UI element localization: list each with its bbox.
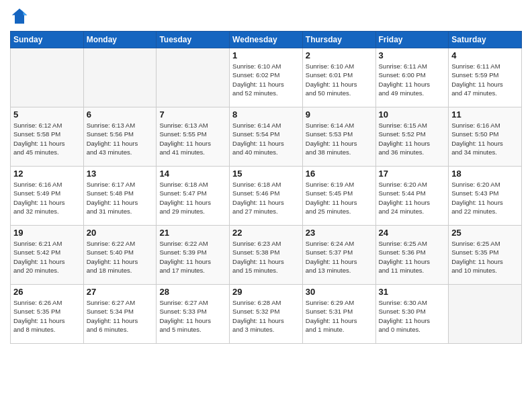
day-number: 10 <box>379 109 446 120</box>
day-info: Sunrise: 6:14 AMSunset: 5:54 PMDaylight:… <box>232 121 300 156</box>
header <box>10 7 522 26</box>
day-number: 7 <box>159 109 226 120</box>
calendar-cell: 21Sunrise: 6:22 AMSunset: 5:39 PMDayligh… <box>157 226 230 285</box>
calendar-cell: 29Sunrise: 6:28 AMSunset: 5:32 PMDayligh… <box>230 285 303 344</box>
calendar-cell: 18Sunrise: 6:20 AMSunset: 5:43 PMDayligh… <box>449 167 522 226</box>
calendar: SundayMondayTuesdayWednesdayThursdayFrid… <box>10 31 522 344</box>
weekday-header-wednesday: Wednesday <box>230 32 303 48</box>
calendar-week-4: 19Sunrise: 6:21 AMSunset: 5:42 PMDayligh… <box>11 226 522 285</box>
day-info: Sunrise: 6:26 AMSunset: 5:35 PMDaylight:… <box>13 298 81 334</box>
day-number: 9 <box>306 109 373 120</box>
calendar-week-1: 1Sunrise: 6:10 AMSunset: 6:02 PMDaylight… <box>11 48 522 107</box>
day-info: Sunrise: 6:22 AMSunset: 5:40 PMDaylight:… <box>87 239 154 275</box>
day-info: Sunrise: 6:18 AMSunset: 5:46 PMDaylight:… <box>232 180 300 216</box>
day-number: 8 <box>232 109 300 120</box>
day-number: 18 <box>451 169 519 179</box>
calendar-cell <box>11 48 84 107</box>
calendar-cell: 24Sunrise: 6:25 AMSunset: 5:36 PMDayligh… <box>375 226 449 285</box>
calendar-cell: 14Sunrise: 6:18 AMSunset: 5:47 PMDayligh… <box>157 167 230 226</box>
calendar-cell: 19Sunrise: 6:21 AMSunset: 5:42 PMDayligh… <box>11 226 84 285</box>
calendar-cell: 1Sunrise: 6:10 AMSunset: 6:02 PMDaylight… <box>230 48 303 107</box>
day-number: 22 <box>232 228 300 238</box>
day-info: Sunrise: 6:15 AMSunset: 5:52 PMDaylight:… <box>379 121 446 156</box>
day-number: 17 <box>379 169 446 179</box>
day-number: 16 <box>306 169 373 179</box>
page: SundayMondayTuesdayWednesdayThursdayFrid… <box>0 0 532 411</box>
weekday-header-friday: Friday <box>375 32 449 48</box>
day-info: Sunrise: 6:25 AMSunset: 5:36 PMDaylight:… <box>379 239 446 275</box>
day-number: 6 <box>87 109 154 120</box>
weekday-header-saturday: Saturday <box>449 32 522 48</box>
day-number: 20 <box>87 228 154 238</box>
day-number: 28 <box>159 287 226 297</box>
day-info: Sunrise: 6:14 AMSunset: 5:53 PMDaylight:… <box>306 121 373 156</box>
weekday-header-thursday: Thursday <box>302 32 375 48</box>
day-info: Sunrise: 6:28 AMSunset: 5:32 PMDaylight:… <box>232 298 300 334</box>
calendar-cell: 12Sunrise: 6:16 AMSunset: 5:49 PMDayligh… <box>11 167 84 226</box>
calendar-cell: 4Sunrise: 6:11 AMSunset: 5:59 PMDaylight… <box>449 48 522 107</box>
calendar-cell: 17Sunrise: 6:20 AMSunset: 5:44 PMDayligh… <box>375 167 449 226</box>
calendar-cell <box>157 48 230 107</box>
calendar-cell: 31Sunrise: 6:30 AMSunset: 5:30 PMDayligh… <box>375 285 449 344</box>
calendar-cell: 3Sunrise: 6:11 AMSunset: 6:00 PMDaylight… <box>375 48 449 107</box>
calendar-cell: 7Sunrise: 6:13 AMSunset: 5:55 PMDaylight… <box>157 107 230 167</box>
calendar-cell: 16Sunrise: 6:19 AMSunset: 5:45 PMDayligh… <box>302 167 375 226</box>
svg-marker-0 <box>12 9 27 24</box>
weekday-header-row: SundayMondayTuesdayWednesdayThursdayFrid… <box>11 32 522 48</box>
day-info: Sunrise: 6:13 AMSunset: 5:55 PMDaylight:… <box>159 121 226 156</box>
day-info: Sunrise: 6:23 AMSunset: 5:38 PMDaylight:… <box>232 239 300 275</box>
calendar-cell: 27Sunrise: 6:27 AMSunset: 5:34 PMDayligh… <box>83 285 157 344</box>
calendar-cell: 30Sunrise: 6:29 AMSunset: 5:31 PMDayligh… <box>302 285 375 344</box>
calendar-cell: 23Sunrise: 6:24 AMSunset: 5:37 PMDayligh… <box>302 226 375 285</box>
day-number: 13 <box>87 169 154 179</box>
day-info: Sunrise: 6:11 AMSunset: 6:00 PMDaylight:… <box>379 62 446 97</box>
day-number: 21 <box>159 228 226 238</box>
day-number: 5 <box>13 109 81 120</box>
day-info: Sunrise: 6:27 AMSunset: 5:34 PMDaylight:… <box>87 298 154 334</box>
day-info: Sunrise: 6:29 AMSunset: 5:31 PMDaylight:… <box>306 298 373 334</box>
calendar-cell: 2Sunrise: 6:10 AMSunset: 6:01 PMDaylight… <box>302 48 375 107</box>
day-info: Sunrise: 6:12 AMSunset: 5:58 PMDaylight:… <box>13 121 81 156</box>
day-info: Sunrise: 6:24 AMSunset: 5:37 PMDaylight:… <box>306 239 373 275</box>
day-info: Sunrise: 6:30 AMSunset: 5:30 PMDaylight:… <box>379 298 446 334</box>
calendar-cell: 15Sunrise: 6:18 AMSunset: 5:46 PMDayligh… <box>230 167 303 226</box>
day-number: 15 <box>232 169 300 179</box>
day-number: 3 <box>379 50 446 60</box>
logo-icon <box>10 7 29 26</box>
day-number: 1 <box>232 50 300 60</box>
weekday-header-tuesday: Tuesday <box>157 32 230 48</box>
calendar-cell: 22Sunrise: 6:23 AMSunset: 5:38 PMDayligh… <box>230 226 303 285</box>
weekday-header-sunday: Sunday <box>11 32 84 48</box>
calendar-cell: 9Sunrise: 6:14 AMSunset: 5:53 PMDaylight… <box>302 107 375 167</box>
day-number: 27 <box>87 287 154 297</box>
calendar-cell: 13Sunrise: 6:17 AMSunset: 5:48 PMDayligh… <box>83 167 157 226</box>
day-number: 24 <box>379 228 446 238</box>
day-info: Sunrise: 6:27 AMSunset: 5:33 PMDaylight:… <box>159 298 226 334</box>
day-number: 11 <box>451 109 519 120</box>
calendar-cell: 25Sunrise: 6:25 AMSunset: 5:35 PMDayligh… <box>449 226 522 285</box>
weekday-header-monday: Monday <box>83 32 157 48</box>
calendar-cell: 5Sunrise: 6:12 AMSunset: 5:58 PMDaylight… <box>11 107 84 167</box>
day-info: Sunrise: 6:10 AMSunset: 6:01 PMDaylight:… <box>306 62 373 97</box>
calendar-cell: 11Sunrise: 6:16 AMSunset: 5:50 PMDayligh… <box>449 107 522 167</box>
day-info: Sunrise: 6:18 AMSunset: 5:47 PMDaylight:… <box>159 180 226 216</box>
calendar-cell: 6Sunrise: 6:13 AMSunset: 5:56 PMDaylight… <box>83 107 157 167</box>
day-number: 12 <box>13 169 81 179</box>
day-info: Sunrise: 6:16 AMSunset: 5:50 PMDaylight:… <box>451 121 519 156</box>
day-info: Sunrise: 6:16 AMSunset: 5:49 PMDaylight:… <box>13 180 81 216</box>
day-number: 26 <box>13 287 81 297</box>
day-number: 2 <box>306 50 373 60</box>
day-number: 4 <box>451 50 519 60</box>
calendar-week-3: 12Sunrise: 6:16 AMSunset: 5:49 PMDayligh… <box>11 167 522 226</box>
day-number: 14 <box>159 169 226 179</box>
calendar-cell <box>449 285 522 344</box>
calendar-cell <box>83 48 157 107</box>
day-number: 19 <box>13 228 81 238</box>
day-info: Sunrise: 6:21 AMSunset: 5:42 PMDaylight:… <box>13 239 81 275</box>
day-info: Sunrise: 6:13 AMSunset: 5:56 PMDaylight:… <box>87 121 154 156</box>
day-number: 25 <box>451 228 519 238</box>
day-number: 30 <box>306 287 373 297</box>
logo <box>10 7 32 26</box>
day-info: Sunrise: 6:11 AMSunset: 5:59 PMDaylight:… <box>451 62 519 97</box>
calendar-cell: 8Sunrise: 6:14 AMSunset: 5:54 PMDaylight… <box>230 107 303 167</box>
